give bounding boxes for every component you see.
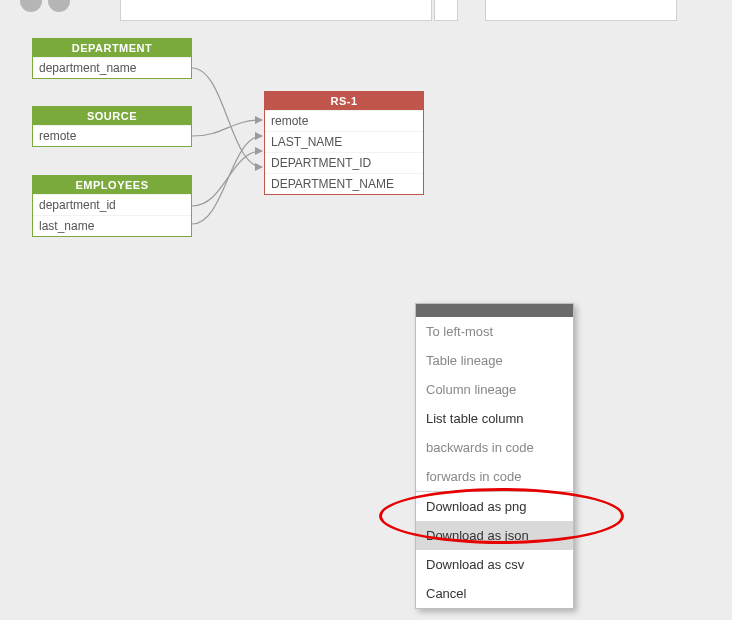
table-header: EMPLOYEES [33, 176, 191, 194]
table-header: SOURCE [33, 107, 191, 125]
context-menu: To left-most Table lineage Column lineag… [415, 303, 574, 609]
search-input[interactable] [120, 0, 432, 21]
selector-input[interactable] [485, 0, 677, 21]
menu-titlebar[interactable] [416, 304, 573, 317]
table-header: RS-1 [265, 92, 423, 110]
table-department[interactable]: DEPARTMENT department_name [32, 38, 192, 79]
table-column[interactable]: department_id [33, 194, 191, 215]
menu-item-download-png[interactable]: Download as png [416, 492, 573, 521]
menu-item-column-lineage[interactable]: Column lineage [416, 375, 573, 404]
table-employees[interactable]: EMPLOYEES department_id last_name [32, 175, 192, 237]
menu-item-list-table-column[interactable]: List table column [416, 404, 573, 433]
table-rs1[interactable]: RS-1 remote LAST_NAME DEPARTMENT_ID DEPA… [264, 91, 424, 195]
table-header: DEPARTMENT [33, 39, 191, 57]
menu-item-download-json[interactable]: Download as json [416, 521, 573, 550]
table-column[interactable]: remote [33, 125, 191, 146]
search-button[interactable] [434, 0, 458, 21]
table-source[interactable]: SOURCE remote [32, 106, 192, 147]
menu-item-download-csv[interactable]: Download as csv [416, 550, 573, 579]
menu-item-backwards[interactable]: backwards in code [416, 433, 573, 462]
menu-item-cancel[interactable]: Cancel [416, 579, 573, 608]
table-column[interactable]: department_name [33, 57, 191, 78]
menu-item-to-left-most[interactable]: To left-most [416, 317, 573, 346]
table-column[interactable]: LAST_NAME [265, 131, 423, 152]
table-column[interactable]: last_name [33, 215, 191, 236]
menu-item-table-lineage[interactable]: Table lineage [416, 346, 573, 375]
table-column[interactable]: DEPARTMENT_ID [265, 152, 423, 173]
menu-item-forwards[interactable]: forwards in code [416, 462, 573, 491]
table-column[interactable]: DEPARTMENT_NAME [265, 173, 423, 194]
toolbar-button-2[interactable] [48, 0, 70, 12]
toolbar-button-1[interactable] [20, 0, 42, 12]
table-column[interactable]: remote [265, 110, 423, 131]
